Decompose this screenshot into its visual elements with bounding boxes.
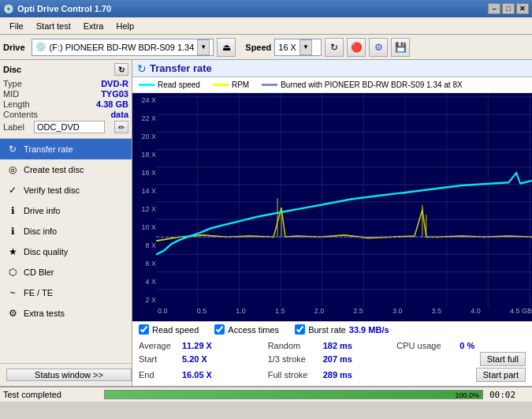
nav-verify-test-disc[interactable]: ✓ Verify test disc bbox=[0, 180, 132, 200]
save-button[interactable]: 💾 bbox=[391, 38, 410, 57]
close-button[interactable]: ✕ bbox=[516, 3, 529, 14]
disc-label-row: Label ✏ bbox=[3, 121, 128, 133]
time-display: 00:02 bbox=[489, 390, 529, 400]
full-stroke-value: 289 ms bbox=[323, 370, 366, 380]
x-label-4.0: 4.0 bbox=[471, 307, 481, 321]
nav-disc-quality[interactable]: ★ Disc quality bbox=[0, 241, 132, 262]
cpu-group: CPU usage 0 % bbox=[396, 341, 526, 350]
progress-bar-container: 100.0% bbox=[104, 390, 483, 399]
menu-file[interactable]: File bbox=[3, 20, 30, 32]
chart-header: ↻ Transfer rate bbox=[132, 60, 532, 77]
speed-value: 16 X bbox=[278, 43, 296, 52]
start-full-button[interactable]: Start full bbox=[480, 352, 526, 366]
main-content: Disc ↻ Type DVD-R MID TYG03 Length 4.38 … bbox=[0, 60, 532, 386]
legend-rpm-label: RPM bbox=[232, 80, 249, 89]
end-label: End bbox=[139, 370, 182, 380]
checkbox-row: Read speed Access times Burst rate 33.9 … bbox=[132, 321, 532, 337]
nav-extra-tests[interactable]: ⚙ Extra tests bbox=[0, 303, 132, 324]
app-icon: 💿 bbox=[3, 4, 14, 14]
disc-length-row: Length 4.38 GB bbox=[3, 99, 128, 109]
refresh-button[interactable]: ↻ bbox=[325, 38, 344, 57]
drive-dropdown-arrow[interactable]: ▼ bbox=[197, 39, 210, 55]
chart-title: Transfer rate bbox=[150, 62, 212, 74]
y-label-10x: 10 X bbox=[134, 223, 156, 231]
speed-dropdown-arrow[interactable]: ▼ bbox=[299, 39, 312, 55]
progress-bar bbox=[105, 391, 482, 398]
menu-help[interactable]: Help bbox=[110, 20, 140, 32]
read-speed-checkbox-label: Read speed bbox=[152, 325, 199, 335]
burst-rate-checkbox[interactable] bbox=[295, 324, 305, 335]
disc-quality-icon: ★ bbox=[6, 245, 19, 258]
full-stroke-group: Full stroke 289 ms bbox=[268, 370, 397, 380]
legend-read-speed: Read speed bbox=[139, 80, 200, 89]
x-label-0.5: 0.5 bbox=[197, 307, 207, 321]
read-speed-checkbox[interactable] bbox=[139, 324, 149, 335]
disc-label-edit-button[interactable]: ✏ bbox=[114, 121, 128, 133]
speed-label: Speed bbox=[245, 43, 271, 52]
start-part-button[interactable]: Start part bbox=[476, 368, 526, 382]
title-bar-title: 💿 Opti Drive Control 1.70 bbox=[3, 4, 111, 14]
x-label-2.5: 2.5 bbox=[353, 307, 363, 321]
drive-name: (F:) PIONEER BD-RW BDR-S09 1.34 bbox=[50, 43, 195, 52]
nav-cd-bler[interactable]: ⬡ CD Bler bbox=[0, 262, 132, 282]
disc-info-icon: ℹ bbox=[6, 225, 19, 238]
read-speed-color bbox=[139, 84, 154, 86]
burst-rate-checkbox-item[interactable]: Burst rate 33.9 MB/s bbox=[295, 324, 389, 335]
disc-label-input[interactable] bbox=[34, 121, 105, 133]
burned-color bbox=[262, 84, 277, 86]
x-label-0: 0.0 bbox=[158, 307, 168, 321]
status-window-button[interactable]: Status window >> bbox=[6, 368, 132, 381]
end-group: End 16.05 X bbox=[139, 370, 268, 380]
verify-test-disc-icon: ✓ bbox=[6, 184, 19, 196]
nav-transfer-rate-label: Transfer rate bbox=[24, 144, 73, 154]
maximize-button[interactable]: □ bbox=[502, 3, 515, 14]
extra-tests-icon: ⚙ bbox=[6, 307, 19, 320]
disc-type-value: DVD-R bbox=[101, 79, 128, 88]
y-label-24x: 24 X bbox=[134, 96, 156, 104]
legend-rpm: RPM bbox=[213, 80, 249, 89]
drive-select[interactable]: 💿 (F:) PIONEER BD-RW BDR-S09 1.34 ▼ bbox=[32, 39, 214, 56]
color-button[interactable]: 🔴 bbox=[347, 38, 366, 57]
average-group: Average 11.29 X bbox=[139, 341, 268, 350]
disc-refresh-button[interactable]: ↻ bbox=[114, 63, 128, 76]
random-group: Random 182 ms bbox=[268, 341, 397, 350]
speed-select[interactable]: 16 X ▼ bbox=[274, 39, 322, 56]
nav-disc-info[interactable]: ℹ Disc info bbox=[0, 221, 132, 241]
y-label-8x: 8 X bbox=[134, 241, 156, 249]
legend-burned-label: Burned with PIONEER BD-RW BDR-S09 1.34 a… bbox=[281, 80, 462, 89]
minimize-button[interactable]: – bbox=[488, 3, 500, 14]
progress-percent: 100.0% bbox=[455, 391, 479, 400]
nav-disc-quality-label: Disc quality bbox=[24, 247, 68, 256]
settings-icon-btn[interactable]: ⚙ bbox=[369, 38, 388, 57]
nav-fe-te[interactable]: ~ FE / TE bbox=[0, 282, 132, 303]
nav-cd-bler-label: CD Bler bbox=[24, 267, 54, 277]
nav-transfer-rate[interactable]: ↻ Transfer rate bbox=[0, 139, 132, 159]
title-bar: 💿 Opti Drive Control 1.70 – □ ✕ bbox=[0, 0, 532, 17]
menu-start-test[interactable]: Start test bbox=[30, 20, 77, 32]
sidebar: Disc ↻ Type DVD-R MID TYG03 Length 4.38 … bbox=[0, 60, 132, 386]
disc-contents-value: data bbox=[110, 110, 128, 119]
nav-drive-info-label: Drive info bbox=[24, 206, 60, 215]
y-label-6x: 6 X bbox=[134, 260, 156, 267]
average-label: Average bbox=[139, 341, 182, 350]
app-title: Opti Drive Control 1.70 bbox=[17, 4, 111, 13]
nav-extra-tests-label: Extra tests bbox=[24, 309, 65, 318]
content-area: ↻ Transfer rate Read speed RPM Burned wi… bbox=[132, 60, 532, 386]
access-times-checkbox[interactable] bbox=[214, 324, 225, 335]
nav-drive-info[interactable]: ℹ Drive info bbox=[0, 200, 132, 221]
nav-verify-test-disc-label: Verify test disc bbox=[24, 185, 80, 195]
menu-extra[interactable]: Extra bbox=[77, 20, 110, 32]
end-value: 16.05 X bbox=[182, 370, 225, 380]
chart-legend: Read speed RPM Burned with PIONEER BD-RW… bbox=[132, 77, 532, 93]
eject-button[interactable]: ⏏ bbox=[217, 38, 236, 57]
legend-read-speed-label: Read speed bbox=[158, 80, 200, 89]
y-label-22x: 22 X bbox=[134, 114, 156, 122]
disc-label-label: Label bbox=[3, 122, 24, 132]
x-label-4.5gb: 4.5 GB bbox=[510, 307, 532, 321]
x-axis: 0.0 0.5 1.0 1.5 2.0 2.5 3.0 3.5 4.0 4.5 … bbox=[132, 307, 532, 321]
one-third-group: 1/3 stroke 207 ms bbox=[268, 354, 397, 364]
read-speed-checkbox-item[interactable]: Read speed bbox=[139, 324, 199, 335]
nav-create-test-disc[interactable]: ◎ Create test disc bbox=[0, 159, 132, 180]
access-times-checkbox-item[interactable]: Access times bbox=[214, 324, 279, 335]
disc-section: Disc ↻ Type DVD-R MID TYG03 Length 4.38 … bbox=[0, 60, 132, 139]
